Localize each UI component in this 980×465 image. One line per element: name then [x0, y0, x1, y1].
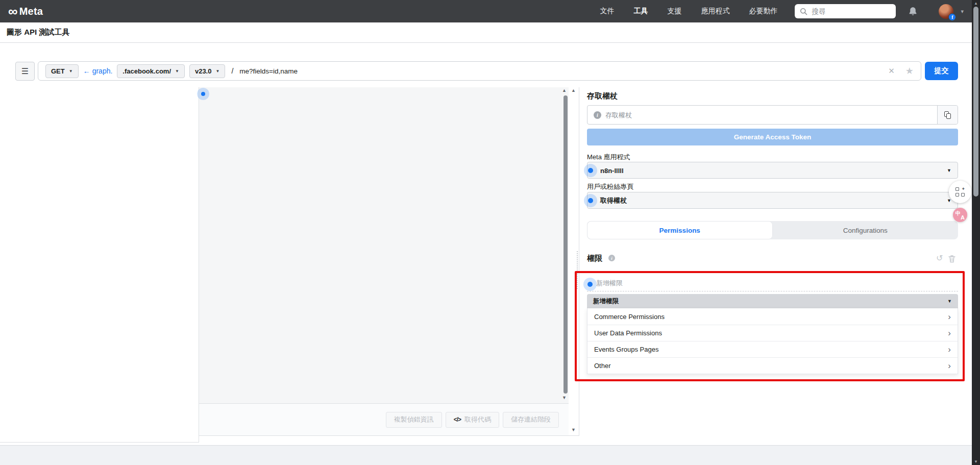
api-version-value: v23.0 — [195, 67, 212, 75]
clear-request-icon[interactable]: ✕ — [888, 66, 895, 76]
copy-icon — [944, 111, 951, 119]
host-prefix-link[interactable]: ← graph. — [83, 67, 113, 75]
translate-icon: A — [961, 214, 965, 221]
meta-app-select[interactable]: n8n-lllll ▼ — [587, 162, 958, 179]
permissions-config-tabs: Permissions Configurations — [587, 221, 958, 239]
host-dropdown[interactable]: .facebook.com/ ▼ — [117, 64, 185, 78]
caret-down-icon: ▼ — [175, 69, 179, 74]
top-navigation-bar: ∞ Meta 文件 工具 支援 應用程式 必要動作 f ▾ — [0, 0, 980, 22]
meta-logo-text: Meta — [19, 6, 43, 17]
permission-category-list: Commerce Permissions › User Data Permiss… — [587, 308, 958, 374]
user-or-page-label: 用戶或粉絲專頁 — [587, 182, 633, 191]
extension-widget-button[interactable]: ✦ — [949, 181, 971, 203]
chevron-right-icon: › — [948, 312, 951, 321]
column-scroll-up-icon[interactable]: ▲ — [571, 88, 576, 93]
scrollbar-thumb[interactable] — [973, 7, 978, 197]
selected-dot — [584, 164, 597, 177]
field-tree-panel — [0, 87, 199, 442]
scrollbar-up-icon[interactable]: ▲ — [972, 1, 980, 6]
meta-infinity-icon: ∞ — [8, 5, 18, 18]
caret-down-icon: ▼ — [69, 69, 73, 74]
canvas-scroll-down-icon[interactable]: ▼ — [562, 396, 567, 400]
account-menu-caret-icon[interactable]: ▾ — [961, 8, 964, 15]
generate-access-token-button[interactable]: Generate Access Token — [587, 129, 958, 145]
add-permission-dot — [583, 278, 597, 291]
query-canvas[interactable] — [199, 87, 569, 403]
api-version-dropdown[interactable]: v23.0 ▼ — [189, 64, 225, 78]
canvas-node-dot[interactable] — [197, 88, 209, 100]
save-session-button[interactable]: 儲存連結階段 — [503, 412, 559, 428]
meta-logo[interactable]: ∞ Meta — [8, 5, 43, 18]
chevron-right-icon: › — [948, 361, 951, 370]
search-input[interactable] — [812, 8, 891, 15]
http-method-dropdown[interactable]: GET ▼ — [45, 64, 79, 78]
nav-item-docs[interactable]: 文件 — [600, 7, 614, 16]
nav-item-tools[interactable]: 工具 — [633, 7, 648, 16]
host-value: .facebook.com/ — [122, 67, 171, 75]
blue-dot-icon — [588, 168, 593, 173]
page-scrollbar[interactable]: ▲ ▼ — [972, 0, 980, 465]
copy-debug-info-label: 複製偵錯資訊 — [394, 415, 434, 424]
user-or-page-value: 取得權杖 — [600, 196, 627, 205]
global-search[interactable] — [795, 4, 896, 18]
access-token-input[interactable] — [605, 106, 912, 124]
user-or-page-select[interactable]: 取得權杖 ▼ — [587, 192, 958, 209]
blue-dot-icon — [587, 282, 593, 287]
undo-icon[interactable]: ↺ — [936, 253, 943, 263]
nav-item-apps[interactable]: 應用程式 — [701, 7, 729, 16]
tab-configurations[interactable]: Configurations — [773, 221, 959, 239]
meta-app-label: Meta 應用程式 — [587, 153, 630, 162]
bell-icon — [908, 6, 918, 17]
scrollbar-down-icon[interactable]: ▼ — [972, 459, 980, 464]
canvas-scroll-up-icon[interactable]: ▲ — [562, 88, 567, 93]
category-label: Events Groups Pages — [594, 346, 658, 353]
copy-debug-info-button[interactable]: 複製偵錯資訊 — [386, 412, 442, 428]
save-session-label: 儲存連結階段 — [511, 415, 551, 424]
caret-down-icon: ▼ — [947, 299, 952, 304]
nav-item-support[interactable]: 支援 — [667, 7, 681, 16]
http-method-value: GET — [51, 67, 65, 75]
canvas-scrollbar-thumb[interactable] — [564, 95, 568, 394]
translate-button[interactable]: 中 A — [953, 208, 967, 222]
trash-icon[interactable] — [948, 255, 955, 265]
category-user-data-permissions[interactable]: User Data Permissions › — [587, 325, 958, 341]
page-footer-strip — [0, 445, 980, 465]
category-label: Other — [594, 362, 611, 370]
left-panel-bottom-border — [0, 442, 199, 443]
search-icon — [800, 8, 807, 15]
column-scroll-down-icon[interactable]: ▼ — [571, 428, 576, 432]
notifications-button[interactable] — [908, 6, 918, 17]
chevron-right-icon: › — [948, 329, 951, 337]
request-menu-button[interactable]: ☰ — [15, 62, 35, 81]
access-token-field: i — [587, 105, 958, 125]
panel-resize-handle[interactable] — [577, 251, 578, 289]
category-events-groups-pages[interactable]: Events Groups Pages › — [587, 341, 958, 357]
info-icon: i — [594, 111, 601, 119]
favorite-star-icon[interactable]: ★ — [905, 65, 914, 77]
category-other[interactable]: Other › — [587, 357, 958, 374]
add-permission-placeholder[interactable]: 新增權限 — [596, 279, 623, 288]
widgets-icon: ✦ — [955, 187, 965, 197]
category-label: Commerce Permissions — [594, 313, 665, 321]
get-code-label: 取得代碼 — [464, 415, 491, 424]
get-code-button[interactable]: </> 取得代碼 — [446, 412, 499, 428]
top-nav-links: 文件 工具 支援 應用程式 必要動作 f ▾ — [590, 4, 964, 19]
request-path-input[interactable]: me?fields=id,name — [239, 67, 298, 75]
nav-item-required-actions[interactable]: 必要動作 — [749, 7, 777, 16]
submit-button[interactable]: 提交 — [925, 62, 958, 80]
path-separator: / — [231, 67, 233, 75]
copy-token-button[interactable] — [937, 106, 958, 124]
translate-icon: 中 — [955, 210, 961, 217]
back-arrow-icon: ← — [83, 67, 90, 75]
info-icon: i — [608, 255, 615, 261]
tab-permissions[interactable]: Permissions — [587, 221, 773, 239]
blue-dot-icon — [201, 92, 205, 96]
add-permission-dropdown-label: 新增權限 — [593, 297, 619, 306]
meta-app-value: n8n-lllll — [600, 166, 624, 174]
category-commerce-permissions[interactable]: Commerce Permissions › — [587, 308, 958, 325]
add-permission-dropdown[interactable]: 新增權限 ▼ — [587, 294, 958, 308]
selected-dot — [584, 194, 597, 207]
host-prefix-text: graph. — [92, 67, 113, 75]
tool-title-bar: 圖形 API 測試工具 — [0, 22, 980, 43]
user-avatar[interactable]: f — [939, 4, 953, 19]
